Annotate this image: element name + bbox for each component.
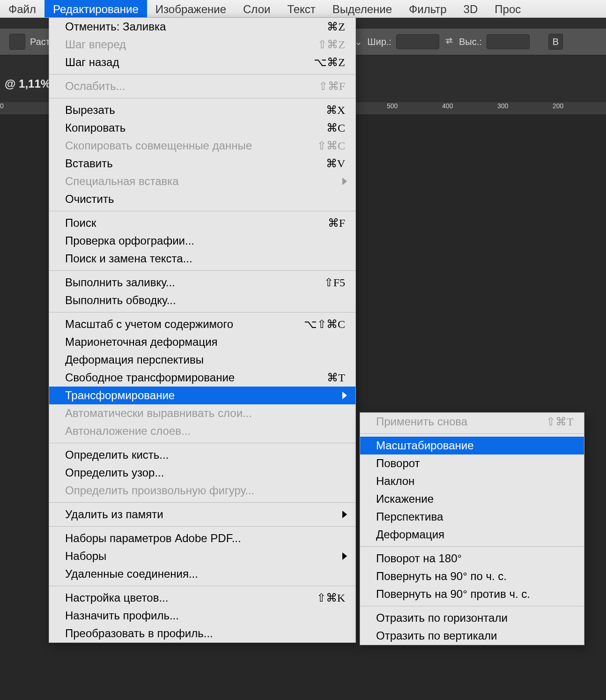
swap-icon[interactable] (444, 36, 454, 48)
menu-item-label: Искажение (376, 492, 434, 505)
menu-view[interactable]: Прос (486, 0, 529, 17)
menu-text[interactable]: Текст (279, 0, 324, 17)
menu-item-label: Свободное трансформирование (65, 371, 235, 384)
menu-item-label: Вырезать (65, 104, 115, 116)
menu-item-label: Поиск и замена текста... (65, 252, 192, 265)
submenu-arrow-icon (342, 552, 347, 560)
menu-3d[interactable]: 3D (455, 0, 487, 17)
edit-menu-item[interactable]: Трансформирование (49, 387, 355, 404)
menu-item-label: Наборы параметров Adobe PDF... (65, 532, 241, 544)
menu-item-label: Назначить профиль... (65, 609, 179, 622)
transform-menu-item[interactable]: Повернуть на 90° против ч. с. (360, 585, 584, 603)
edit-menu: Отменить: Заливка⌘ZШаг вперед⇧⌘ZШаг наза… (49, 17, 356, 643)
edit-menu-item[interactable]: Определить кисть... (49, 446, 355, 464)
edit-menu-item[interactable]: Шаг назад⌥⌘Z (49, 53, 355, 71)
edit-menu-item[interactable]: Преобразовать в профиль... (49, 625, 355, 642)
edit-menu-item[interactable]: Масштаб с учетом содержимого⌥⇧⌘C (49, 315, 355, 333)
menu-select[interactable]: Выделение (324, 0, 400, 17)
menu-separator (49, 270, 355, 271)
transform-menu-item[interactable]: Поворот на 180° (360, 550, 584, 567)
edit-menu-item[interactable]: Наборы параметров Adobe PDF... (49, 529, 355, 547)
edit-menu-item[interactable]: Выполнить обводку... (49, 291, 355, 309)
menu-item-label: Деформация перспективы (65, 353, 204, 366)
submenu-arrow-icon (342, 178, 347, 185)
transform-menu-item[interactable]: Искажение (360, 490, 584, 508)
menu-item-label: Повернуть на 90° против ч. с. (376, 588, 530, 600)
menu-item-label: Шаг вперед (65, 38, 126, 51)
menu-file[interactable]: Файл (0, 0, 44, 17)
menu-item-shortcut: ⇧F5 (324, 274, 345, 291)
edit-menu-item: Ослабить...⇧⌘F (49, 77, 355, 95)
edit-menu-item: Скопировать совмещенные данные⇧⌘C (49, 137, 355, 155)
width-field[interactable] (396, 34, 439, 49)
edit-menu-item[interactable]: Марионеточная деформация (49, 333, 355, 351)
menu-item-label: Удалить из памяти (65, 508, 163, 521)
menu-item-shortcut: ⌘C (326, 119, 345, 137)
menu-filter[interactable]: Фильтр (400, 0, 455, 17)
menu-item-label: Определить произвольную фигуру... (65, 484, 254, 497)
menu-item-shortcut: ⌥⇧⌘C (304, 315, 345, 333)
menu-item-label: Копировать (65, 121, 126, 134)
transform-menu-item[interactable]: Деформация (360, 526, 584, 544)
edit-menu-item[interactable]: Отменить: Заливка⌘Z (49, 18, 355, 36)
menu-item-label: Отразить по вертикали (376, 629, 497, 642)
edit-menu-item[interactable]: Наборы (49, 547, 355, 565)
height-label: Выс.: (459, 37, 482, 47)
menu-item-label: Выполнить обводку... (65, 294, 176, 306)
edit-menu-item[interactable]: Свободное трансформирование⌘T (49, 369, 355, 387)
menu-item-label: Отменить: Заливка (65, 20, 166, 33)
menu-item-label: Скопировать совмещенные данные (65, 139, 252, 152)
menu-item-label: Очистить (65, 193, 114, 205)
transform-menu-item[interactable]: Перспектива (360, 508, 584, 526)
edit-menu-item[interactable]: Поиск и замена текста... (49, 250, 355, 268)
menu-image[interactable]: Изображение (147, 0, 235, 17)
menu-item-label: Автоналожение слоев... (65, 424, 191, 437)
menu-item-label: Наклон (376, 475, 414, 487)
edit-menu-item: Автоналожение слоев... (49, 422, 355, 440)
transform-menu-item[interactable]: Масштабирование (360, 437, 584, 454)
menu-item-label: Определить узор... (65, 466, 164, 479)
transform-menu-item[interactable]: Поворот (360, 454, 584, 472)
edit-menu-item[interactable]: Очистить (49, 190, 355, 208)
transform-menu-item[interactable]: Повернуть на 90° по ч. с. (360, 567, 584, 585)
transform-menu-item[interactable]: Отразить по вертикали (360, 627, 584, 645)
menu-item-label: Удаленные соединения... (65, 567, 198, 580)
submenu-arrow-icon (342, 511, 347, 518)
menu-item-shortcut: ⇧⌘C (317, 137, 345, 155)
edit-menu-item[interactable]: Вставить⌘V (49, 155, 355, 172)
menu-item-label: Ослабить... (65, 80, 126, 92)
submenu-arrow-icon (342, 392, 347, 399)
edit-menu-item[interactable]: Вырезать⌘X (49, 101, 355, 119)
menu-item-label: Определить кисть... (65, 448, 169, 461)
edit-menu-item[interactable]: Копировать⌘C (49, 119, 355, 137)
menu-separator (49, 502, 355, 503)
menu-item-label: Поворот на 180° (376, 552, 462, 565)
height-field[interactable] (487, 34, 530, 49)
edit-menu-item[interactable]: Настройка цветов...⇧⌘K (49, 589, 355, 607)
transform-menu-item[interactable]: Отразить по горизонтали (360, 609, 584, 627)
edit-menu-item[interactable]: Поиск⌘F (49, 214, 355, 232)
edit-menu-item[interactable]: Выполнить заливку...⇧F5 (49, 274, 355, 291)
document-tab[interactable]: @ 1,11% (0, 77, 55, 90)
menu-edit[interactable]: Редактирование (44, 0, 147, 17)
edit-menu-item[interactable]: Определить узор... (49, 464, 355, 482)
edit-menu-item[interactable]: Назначить профиль... (49, 607, 355, 625)
edit-menu-item[interactable]: Удалить из памяти (49, 506, 355, 523)
edit-menu-item: Специальная вставка (49, 172, 355, 190)
edit-menu-item[interactable]: Проверка орфографии... (49, 232, 355, 250)
options-handle[interactable] (9, 34, 25, 50)
menu-item-label: Повернуть на 90° по ч. с. (376, 570, 507, 582)
menu-item-label: Масштаб с учетом содержимого (65, 318, 233, 330)
transform-menu-item[interactable]: Наклон (360, 472, 584, 490)
transform-submenu: Применить снова⇧⌘TМасштабированиеПоворот… (360, 412, 584, 645)
edit-menu-item[interactable]: Деформация перспективы (49, 351, 355, 369)
menu-separator (360, 433, 584, 434)
edit-menu-item[interactable]: Удаленные соединения... (49, 565, 355, 583)
menu-layers[interactable]: Слои (235, 0, 279, 17)
options-tail-button[interactable]: В (548, 34, 563, 50)
menu-item-shortcut: ⇧⌘F (318, 77, 345, 95)
menu-separator (49, 211, 355, 211)
menu-item-shortcut: ⇧⌘Z (318, 36, 345, 53)
menu-item-label: Проверка орфографии... (65, 234, 194, 247)
menu-item-label: Перспектива (376, 510, 443, 523)
